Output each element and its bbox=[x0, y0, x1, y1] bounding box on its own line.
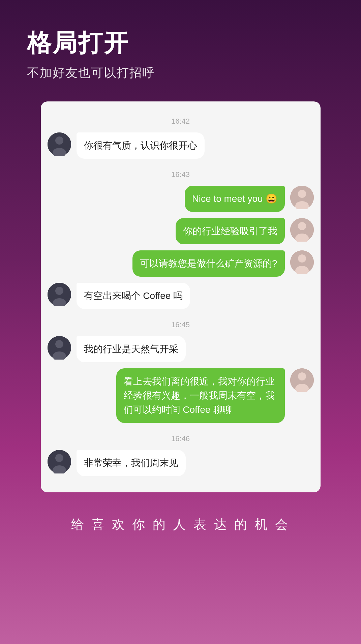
message-bubble: 非常荣幸，我们周末见 bbox=[77, 450, 186, 476]
footer-section: 给 喜 欢 你 的 人 表 达 的 机 会 bbox=[0, 499, 361, 560]
avatar-male bbox=[48, 283, 71, 306]
svg-point-13 bbox=[55, 287, 63, 295]
avatar-female bbox=[290, 250, 314, 274]
message-row: 你很有气质，认识你很开心 bbox=[48, 132, 314, 159]
svg-point-10 bbox=[298, 254, 306, 263]
time-stamp: 16:42 bbox=[48, 117, 314, 126]
time-stamp: 16:46 bbox=[48, 434, 314, 443]
message-row: 你的行业经验吸引了我 bbox=[48, 218, 314, 244]
message-row: 看上去我们离的很近，我对你的行业经验很有兴趣，一般我周末有空，我们可以约时间 C… bbox=[48, 368, 314, 423]
svg-point-7 bbox=[298, 222, 306, 230]
message-bubble: 你的行业经验吸引了我 bbox=[176, 218, 285, 244]
message-bubble: 我的行业是天然气开采 bbox=[77, 336, 186, 362]
message-row: Nice to meet you 😀 bbox=[48, 186, 314, 212]
message-row: 可以请教您是做什么矿产资源的? bbox=[48, 250, 314, 277]
avatar-female bbox=[290, 186, 314, 209]
svg-point-19 bbox=[298, 372, 306, 380]
header-section: 格局打开 不加好友也可以打招呼 bbox=[0, 0, 361, 95]
message-row: 我的行业是天然气开采 bbox=[48, 336, 314, 362]
svg-point-16 bbox=[55, 340, 63, 348]
message-bubble: 有空出来喝个 Coffee 吗 bbox=[77, 283, 190, 309]
footer-text: 给 喜 欢 你 的 人 表 达 的 机 会 bbox=[20, 516, 341, 533]
message-bubble: Nice to meet you 😀 bbox=[185, 186, 285, 212]
svg-point-1 bbox=[55, 136, 63, 145]
message-bubble: 可以请教您是做什么矿产资源的? bbox=[132, 250, 285, 277]
message-bubble: 看上去我们离的很近，我对你的行业经验很有兴趣，一般我周末有空，我们可以约时间 C… bbox=[116, 368, 285, 423]
main-title: 格局打开 bbox=[27, 27, 334, 59]
avatar-male bbox=[48, 336, 71, 360]
chat-container: 16:42 你很有气质，认识你很开心16:43 Nice to meet you… bbox=[41, 101, 321, 492]
svg-point-22 bbox=[55, 454, 63, 462]
message-row: 有空出来喝个 Coffee 吗 bbox=[48, 283, 314, 309]
message-row: 非常荣幸，我们周末见 bbox=[48, 450, 314, 476]
sub-title: 不加好友也可以打招呼 bbox=[27, 65, 334, 81]
avatar-female bbox=[290, 368, 314, 392]
avatar-female bbox=[290, 218, 314, 242]
avatar-male bbox=[48, 450, 71, 473]
time-stamp: 16:43 bbox=[48, 170, 314, 179]
avatar-male bbox=[48, 132, 71, 156]
message-bubble: 你很有气质，认识你很开心 bbox=[77, 132, 205, 159]
svg-point-4 bbox=[298, 190, 306, 198]
time-stamp: 16:45 bbox=[48, 320, 314, 329]
